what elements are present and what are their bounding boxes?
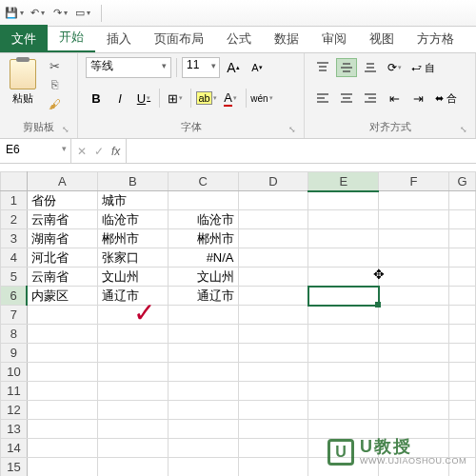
cell-D2[interactable] [238,210,308,229]
column-header-D[interactable]: D [238,172,308,191]
font-size-select[interactable]: 11 [182,57,220,78]
cell-F2[interactable] [379,210,449,229]
merge-center-button[interactable]: ⬌合 [431,89,461,108]
cell-B8[interactable] [97,325,168,344]
cell-B1[interactable]: 城市 [97,191,168,210]
cell-F13[interactable] [379,420,449,439]
shrink-font-button[interactable]: A▾ [247,57,268,78]
cell-A14[interactable] [27,439,97,458]
cell-C12[interactable] [168,401,238,420]
tab-file[interactable]: 文件 [0,25,48,52]
cell-C8[interactable] [168,325,238,344]
cell-G11[interactable] [448,382,475,401]
cell-B7[interactable] [97,306,168,325]
clipboard-launcher-icon[interactable]: ⤡ [62,125,69,134]
cell-D11[interactable] [238,382,308,401]
align-middle-button[interactable] [336,58,357,77]
cell-C5[interactable]: 文山州 [168,268,238,287]
undo-icon[interactable]: ↶ [29,5,46,22]
tab-4[interactable]: 数据 [263,25,310,52]
wrap-text-button[interactable]: ⮐自 [407,59,439,77]
cell-A10[interactable] [27,363,97,382]
row-header-6[interactable]: 6 [1,287,28,306]
cell-B13[interactable] [97,420,168,439]
tab-3[interactable]: 公式 [215,25,263,52]
tab-0[interactable]: 开始 [48,23,95,52]
phonetic-button[interactable]: wén [251,88,272,109]
cell-E11[interactable] [308,382,379,401]
save-icon[interactable]: 💾 [6,5,23,22]
cell-A6[interactable]: 内蒙区 [27,287,97,306]
cell-E6[interactable] [308,287,379,306]
cell-G2[interactable] [448,210,475,229]
font-launcher-icon[interactable]: ⤡ [288,125,296,134]
cell-F12[interactable] [379,401,449,420]
cell-E3[interactable] [308,229,379,248]
cell-C9[interactable] [168,344,238,363]
cell-A15[interactable] [27,458,97,477]
cell-D4[interactable] [238,248,308,268]
alignment-launcher-icon[interactable]: ⤡ [460,125,467,134]
cell-C6[interactable]: 通辽市 [168,287,238,306]
cell-F5[interactable] [379,268,449,287]
align-right-button[interactable] [360,89,381,108]
cell-F9[interactable] [379,344,449,363]
underline-button[interactable]: U [133,88,154,109]
cell-E1[interactable] [308,191,379,210]
cell-A4[interactable]: 河北省 [27,248,97,268]
grow-font-button[interactable]: A▴ [223,57,244,78]
cell-A12[interactable] [27,401,97,420]
cell-G8[interactable] [448,325,475,344]
tab-2[interactable]: 页面布局 [143,25,215,52]
cell-C10[interactable] [168,363,238,382]
cancel-formula-icon[interactable]: ✕ [77,145,87,158]
select-all-corner[interactable] [1,172,28,191]
cell-B5[interactable]: 文山州 [97,268,168,287]
row-header-12[interactable]: 12 [1,401,28,420]
cell-A2[interactable]: 云南省 [27,210,97,229]
column-header-C[interactable]: C [168,172,238,191]
cell-F11[interactable] [379,382,449,401]
cell-G13[interactable] [448,420,475,439]
fill-color-button[interactable]: ab [196,88,217,109]
cell-E10[interactable] [308,363,379,382]
cell-E13[interactable] [308,420,379,439]
cell-D5[interactable] [238,268,308,287]
align-bottom-button[interactable] [360,58,381,77]
cell-A13[interactable] [27,420,97,439]
cell-G3[interactable] [448,229,475,248]
cell-C3[interactable]: 郴州市 [168,229,238,248]
cell-B12[interactable] [97,401,168,420]
cell-D10[interactable] [238,363,308,382]
cell-F4[interactable] [379,248,449,268]
cell-B2[interactable]: 临沧市 [97,210,168,229]
tab-5[interactable]: 审阅 [310,25,358,52]
cell-F7[interactable] [379,306,449,325]
cell-G6[interactable] [448,287,475,306]
formula-input[interactable] [127,139,476,163]
row-header-2[interactable]: 2 [1,210,28,229]
cell-B4[interactable]: 张家口 [97,248,168,268]
row-header-7[interactable]: 7 [1,306,28,325]
fx-icon[interactable]: fx [111,145,120,158]
border-button[interactable]: ⊞ [165,88,186,109]
cell-G4[interactable] [448,248,475,268]
column-header-E[interactable]: E [308,172,379,191]
cell-D15[interactable] [238,458,308,477]
cell-D12[interactable] [238,401,308,420]
font-color-button[interactable]: A [220,88,241,109]
decrease-indent-button[interactable]: ⇤ [384,88,405,109]
row-header-1[interactable]: 1 [1,191,28,210]
cell-F3[interactable] [379,229,449,248]
font-name-select[interactable]: 等线 [86,57,171,78]
redo-icon[interactable]: ↷ [51,5,69,22]
cell-C14[interactable] [168,439,238,458]
cell-G12[interactable] [448,401,475,420]
cell-D9[interactable] [238,344,308,363]
cell-C4[interactable]: #N/A [168,248,238,268]
cell-D6[interactable] [238,287,308,306]
cell-E12[interactable] [308,401,379,420]
row-header-3[interactable]: 3 [1,229,28,248]
increase-indent-button[interactable]: ⇥ [407,88,428,109]
cell-D14[interactable] [238,439,308,458]
